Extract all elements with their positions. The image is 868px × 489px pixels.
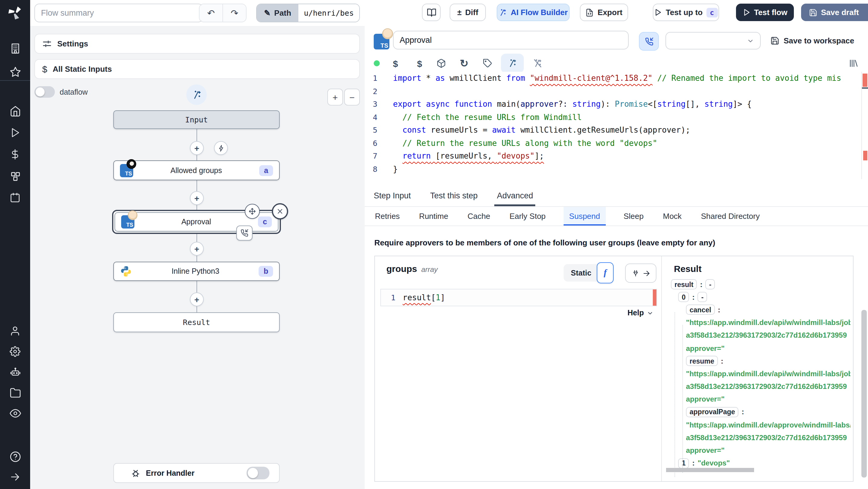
library-icon[interactable] [844, 55, 863, 72]
schedules-calendar-icon[interactable] [0, 187, 30, 208]
zoom-in-button[interactable]: + [327, 89, 343, 105]
help-icon[interactable] [0, 446, 30, 467]
add-step-button[interactable]: + [190, 293, 204, 306]
eye-icon[interactable] [0, 403, 30, 423]
groups-expression-editor[interactable]: 1 result[1] [380, 289, 657, 306]
subtab-mock[interactable]: Mock [662, 207, 683, 225]
subtab-sleep[interactable]: Sleep [622, 207, 645, 225]
settings-card[interactable]: Settings [34, 34, 360, 54]
help-button[interactable]: Help [627, 309, 653, 317]
collapse-button[interactable]: - [706, 279, 715, 289]
save-to-workspace-button[interactable]: Save to workspace [770, 36, 854, 45]
code-line[interactable]: 1import * as wmillClient from "windmill-… [365, 72, 861, 85]
tag-icon[interactable] [478, 55, 497, 72]
undo-icon[interactable]: ↶ [199, 4, 223, 22]
add-step-button[interactable]: + [190, 242, 204, 256]
code-editor[interactable]: 1import * as wmillClient from "windmill-… [365, 72, 861, 179]
tab-test-this-step[interactable]: Test this step [430, 185, 478, 206]
vertical-scrollbar[interactable] [861, 310, 867, 478]
resources-dollar-icon[interactable]: $ [410, 55, 429, 72]
result-tree-row[interactable]: "https://app.windmill.dev/api/w/windmill… [666, 316, 850, 329]
code-line[interactable]: 7 return [resumeUrls, "devops"]; [365, 150, 861, 162]
test-flow-button[interactable]: Test flow [736, 4, 794, 21]
folder-icon[interactable] [0, 382, 30, 403]
step-name-input[interactable]: Approval [393, 31, 629, 50]
result-tree-row[interactable]: approvalPage: [666, 406, 850, 419]
result-tree-row[interactable]: a3f58d13e212/3963172903/2c77d162d6b17395… [666, 380, 850, 393]
result-tree-row[interactable]: cancel: [666, 304, 850, 316]
add-step-button[interactable]: + [190, 191, 204, 205]
result-tree-row[interactable]: resume: [666, 355, 850, 367]
result-json-tree[interactable]: result:-0:-cancel:"https://app.windmill.… [666, 278, 850, 477]
workers-robot-icon[interactable] [0, 362, 30, 382]
json-key-badge[interactable]: resume [686, 356, 718, 366]
user-icon[interactable] [0, 321, 30, 341]
expand-arrow-icon[interactable] [0, 467, 30, 487]
move-node-button[interactable] [245, 204, 260, 219]
subtab-suspend[interactable]: Suspend [564, 207, 606, 225]
variables-dollar-icon[interactable]: $ [386, 55, 404, 72]
subtab-retries[interactable]: Retries [374, 207, 401, 225]
export-button[interactable]: Export [580, 4, 628, 21]
delete-node-button[interactable] [272, 203, 288, 219]
diff-button[interactable]: ± Diff [450, 4, 486, 21]
code-line[interactable]: 4 // Fetch the resume URLs from Windmill [365, 111, 861, 124]
result-tree-row[interactable]: a3f58d13e212/3963172903/2c77d162d6b17395… [666, 329, 850, 342]
result-tree-row[interactable]: a3f58d13e212/3963172903/2c77d162d6b17395… [666, 431, 850, 444]
json-key-badge[interactable]: result [671, 279, 697, 289]
code-line[interactable]: 6 // Return the resume URLs along with t… [365, 136, 861, 150]
code-line[interactable]: 5 const resumeUrls = await wmillClient.g… [365, 124, 861, 136]
subtab-cache[interactable]: Cache [466, 207, 491, 225]
docs-book-button[interactable] [422, 4, 441, 21]
code-minimap[interactable] [861, 72, 868, 179]
tab-advanced[interactable]: Advanced [497, 185, 533, 206]
result-tree-row[interactable]: approver=" [666, 393, 850, 405]
suspend-phone-badge[interactable] [236, 225, 253, 241]
json-key-badge[interactable]: 0 [678, 292, 689, 302]
node-result[interactable]: Result [113, 312, 280, 332]
connect-input-button[interactable] [625, 264, 656, 283]
horizontal-scrollbar[interactable] [666, 468, 754, 472]
flow-summary-input[interactable]: Flow summary [34, 4, 203, 22]
zoom-out-button[interactable]: − [344, 89, 360, 105]
package-icon[interactable] [432, 55, 450, 72]
code-line[interactable]: 2 [365, 85, 861, 98]
error-handler-card[interactable]: Error Handler [113, 463, 280, 483]
test-up-to-button[interactable]: Test up to c [653, 4, 719, 21]
node-input[interactable]: Input [113, 110, 280, 129]
ai-wand-button[interactable] [186, 84, 207, 105]
json-key-badge[interactable]: cancel [686, 305, 715, 315]
result-tree-row[interactable]: approver=" [666, 444, 850, 457]
star-icon[interactable] [0, 61, 30, 82]
result-tree-row[interactable]: approver=" [666, 342, 850, 355]
suspend-phone-button[interactable] [639, 32, 659, 51]
add-step-button[interactable]: + [190, 141, 204, 155]
resources-boxes-icon[interactable] [0, 166, 30, 186]
tab-step-input[interactable]: Step Input [374, 185, 411, 206]
redo-icon[interactable]: ↷ [223, 4, 246, 22]
node-allowed-groups[interactable]: TS Allowed groups a [113, 160, 280, 180]
code-line[interactable]: 3export async function main(approver?: s… [365, 98, 861, 111]
result-tree-row[interactable]: "https://app.windmill.dev/approve/windmi… [666, 419, 850, 431]
home-icon[interactable] [0, 101, 30, 121]
building-icon[interactable] [0, 38, 30, 59]
error-handler-toggle[interactable] [247, 467, 270, 479]
json-key-badge[interactable]: 1 [678, 458, 689, 468]
gear-icon[interactable] [0, 341, 30, 362]
subtab-shared-directory[interactable]: Shared Directory [700, 207, 761, 225]
subtab-runtime[interactable]: Runtime [418, 207, 450, 225]
save-draft-button[interactable]: Save draft C [801, 4, 868, 21]
subtab-early-stop[interactable]: Early Stop [508, 207, 547, 225]
trigger-bolt-button[interactable] [214, 141, 228, 155]
script-version-select[interactable] [665, 32, 761, 50]
all-static-inputs-card[interactable]: $ All Static Inputs [34, 59, 360, 79]
dataflow-toggle[interactable] [34, 86, 55, 98]
result-tree-row[interactable]: 0:- [666, 291, 850, 303]
variables-dollar-icon[interactable] [0, 144, 30, 164]
ai-assistant-wand-button[interactable] [501, 54, 524, 73]
reload-icon[interactable]: ↻ [455, 55, 473, 72]
fx-mode-button[interactable]: f [597, 262, 614, 283]
result-tree-row[interactable]: result:- [666, 278, 850, 291]
wand-off-icon[interactable] [529, 55, 547, 72]
runs-play-icon[interactable] [0, 122, 30, 143]
